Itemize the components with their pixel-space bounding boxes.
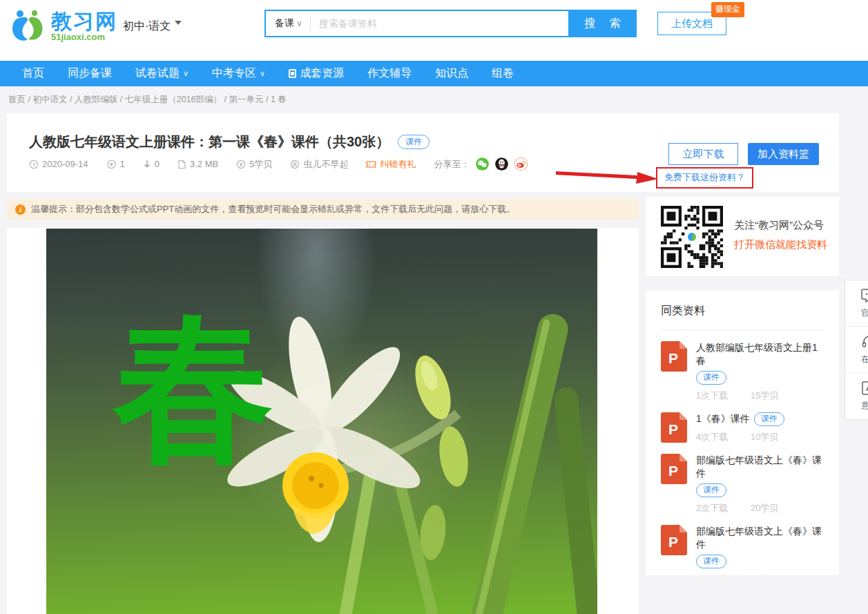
chevron-down-icon: ∨ xyxy=(296,19,302,28)
category-dropdown[interactable]: 初中·语文 xyxy=(123,19,182,34)
ppt-file-icon: P xyxy=(661,412,687,443)
notice-bar: i 温馨提示：部分包含数学公式或PPT动画的文件，查看预览时可能会显示错乱或异常… xyxy=(7,199,639,220)
downloads-value: 0 xyxy=(155,159,160,169)
view-count: 1 xyxy=(106,159,125,169)
nav-item-zujuan[interactable]: 组卷 xyxy=(492,66,514,81)
date-value: 2020-09-14 xyxy=(42,159,88,169)
qr-caption-line1: 关注“教习网”公众号 xyxy=(734,219,827,232)
site-logo[interactable]: 教习网 51jiaoxi.com xyxy=(10,8,117,44)
nav-label: 作文辅导 xyxy=(367,66,412,81)
related-item-price: 20学贝 xyxy=(751,502,778,515)
related-item-price: 15学贝 xyxy=(751,390,778,402)
qr-caption-line2: 打开微信就能找资料 xyxy=(734,238,827,251)
related-item-downloads: 0次下载 xyxy=(696,573,751,575)
qr-code xyxy=(661,206,723,268)
nav-item-zhishidian[interactable]: 知识点 xyxy=(435,66,468,81)
document-title: 人教版七年级语文上册课件：第一课《春》课件（共30张） xyxy=(29,134,389,149)
nav-item-home[interactable]: 首页 xyxy=(22,66,44,81)
ppt-file-icon: P xyxy=(661,525,687,555)
related-item-badge: 课件 xyxy=(696,483,726,497)
page-title: 人教版七年级语文上册课件：第一课《春》课件（共30张）课件 xyxy=(29,133,430,151)
related-item-price: 20学贝 xyxy=(751,573,778,575)
related-item-badge: 课件 xyxy=(696,371,726,385)
red-arrow-pointer xyxy=(556,167,659,185)
price-value: 5学贝 xyxy=(249,158,272,171)
ppt-file-icon: P xyxy=(661,341,687,372)
error-report-link[interactable]: 纠错有礼 xyxy=(366,158,416,171)
svg-text:P: P xyxy=(668,350,678,366)
nav-label: 成套资源 xyxy=(300,66,344,81)
share-label: 分享至： xyxy=(434,158,470,171)
size-value: 3.2 MB xyxy=(190,159,218,169)
nav-item-chengtao[interactable]: 成套资源 xyxy=(289,66,344,81)
nav-label: 知识点 xyxy=(435,66,468,81)
search-scope-select[interactable]: 备课∨ xyxy=(266,17,310,30)
related-item[interactable]: P 1《春》课件课件 4次下载10学贝 xyxy=(661,412,824,443)
user-icon xyxy=(290,160,300,169)
weibo-icon[interactable] xyxy=(514,157,528,171)
floating-side-panel: 官方 在线 意见 xyxy=(845,280,868,420)
pencil-edit-icon xyxy=(861,381,868,396)
related-item-title-text: 1《春》课件 xyxy=(696,413,750,424)
related-item[interactable]: P 部编版七年级语文上《春》课件 课件 0次下载20学贝 xyxy=(661,525,824,575)
ppt-file-icon: P xyxy=(661,454,687,484)
related-item-downloads: 1次下载 xyxy=(696,390,751,402)
related-item-badge: 课件 xyxy=(696,555,726,568)
related-item-title: 部编版七年级语文上《春》课件 xyxy=(696,525,824,551)
float-label: 意见 xyxy=(861,400,868,412)
svg-text:P: P xyxy=(668,421,678,437)
package-icon xyxy=(289,69,296,78)
feedback-button[interactable]: 意见 xyxy=(845,373,868,419)
correction-label: 纠错有礼 xyxy=(380,158,416,171)
nav-item-tongbu-beike[interactable]: 同步备课 xyxy=(68,66,112,81)
header: 教习网 51jiaoxi.com 初中·语文 备课∨ 搜 索 赚现金 上传文档 xyxy=(0,0,868,61)
svg-text:P: P xyxy=(668,534,678,550)
nav-item-shijuan[interactable]: 试卷试题∨ xyxy=(135,66,189,81)
related-item-title: 1《春》课件课件 xyxy=(696,412,824,426)
search-input[interactable] xyxy=(311,18,568,29)
search-bar: 备课∨ 搜 索 xyxy=(264,10,637,37)
info-icon: i xyxy=(15,204,26,215)
spring-character: 春 xyxy=(114,310,274,470)
svg-text:P: P xyxy=(668,463,678,479)
nav-label: 试卷试题 xyxy=(135,66,180,81)
online-service-button[interactable]: 在线 xyxy=(845,327,868,373)
download-arrow-icon xyxy=(143,160,151,169)
chevron-down-icon xyxy=(175,21,182,28)
qr-caption: 关注“教习网”公众号 打开微信就能找资料 xyxy=(734,219,827,251)
qr-center-logo xyxy=(686,231,698,243)
uploader-value: 虫儿不早起 xyxy=(303,158,348,171)
views-value: 1 xyxy=(120,159,125,169)
document-preview-card: 春 xyxy=(7,228,639,614)
official-service-button[interactable]: 官方 xyxy=(845,280,868,327)
slide-preview-image: 春 xyxy=(46,229,597,614)
download-now-button[interactable]: 立即下载 xyxy=(668,143,738,165)
float-label: 官方 xyxy=(861,307,868,319)
free-download-link[interactable]: 免费下载这份资料？ xyxy=(656,167,753,189)
file-size: 3.2 MB xyxy=(177,159,218,169)
nav-item-zuowen[interactable]: 作文辅导 xyxy=(367,66,412,81)
qq-icon[interactable] xyxy=(495,157,508,171)
related-item-downloads: 2次下载 xyxy=(696,502,751,515)
uploader: 虫儿不早起 xyxy=(290,158,348,171)
price: 5学贝 xyxy=(236,158,272,171)
related-title: 同类资料 xyxy=(661,304,824,318)
related-item-price: 10学贝 xyxy=(751,431,778,443)
breadcrumb[interactable]: 首页 / 初中语文 / 人教部编版 / 七年级上册（2016部编） / 第一单元… xyxy=(8,94,287,106)
brand-name: 教习网 xyxy=(51,11,117,32)
search-button[interactable]: 搜 索 xyxy=(568,10,637,37)
related-item-title: 部编版七年级语文上《春》课件 xyxy=(696,454,824,480)
divider xyxy=(661,329,824,330)
document-meta-row: 2020-09-14 1 0 3.2 MB 5学贝 虫儿不早起 纠错有礼 分享至… xyxy=(29,157,528,171)
related-item-badge: 课件 xyxy=(754,412,784,426)
nav-item-zhongkao[interactable]: 中考专区∨ xyxy=(212,66,265,81)
related-item-downloads: 4次下载 xyxy=(696,431,751,443)
wechat-icon[interactable] xyxy=(476,157,489,171)
upload-date: 2020-09-14 xyxy=(29,159,88,169)
related-item[interactable]: P 部编版七年级语文上《春》课件 课件 2次下载20学贝 xyxy=(661,454,824,515)
coin-icon xyxy=(236,160,246,169)
add-to-basket-button[interactable]: 加入资料篮 xyxy=(748,143,819,165)
download-count: 0 xyxy=(143,159,160,169)
chevron-down-icon: ∨ xyxy=(260,69,265,78)
related-item[interactable]: P 人教部编版七年级语文上册1春 课件 1次下载15学贝 xyxy=(661,341,824,402)
